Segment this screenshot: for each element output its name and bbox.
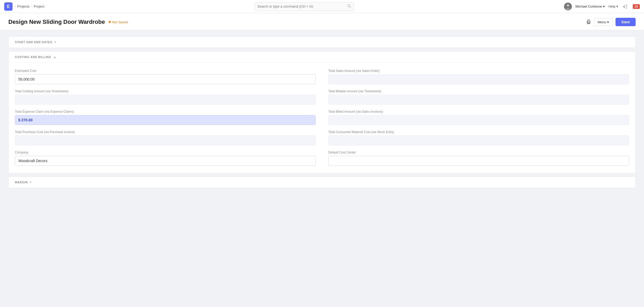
breadcrumb-sep-1: › <box>15 5 16 8</box>
costing-billing-title: COSTING AND BILLING <box>15 55 51 59</box>
total-expense-group: Total Expense Claim (via Expense Claims)… <box>15 110 316 125</box>
help-button[interactable]: Help ▾ <box>608 4 618 8</box>
company-label: Company <box>15 151 316 154</box>
estimated-cost-group: Estimated Cost <box>15 69 316 84</box>
total-billed-group: Total Billed Amount (via Sales Invoices) <box>328 110 629 125</box>
not-saved-badge: Not Saved <box>109 20 128 24</box>
total-expense-value: $ 270.00 <box>15 115 316 125</box>
main-content: START AND END DATES ▾ COSTING AND BILLIN… <box>0 30 644 198</box>
costing-billing-chevron-icon: ▲ <box>53 55 56 59</box>
nav-right: Michael Corleone ▾ Help ▾ 10 <box>564 3 640 10</box>
total-billable-label: Total Billable Amount (via Timesheets) <box>328 89 629 93</box>
svg-point-8 <box>587 22 588 22</box>
total-billed-value <box>328 115 629 125</box>
costing-billing-section: COSTING AND BILLING ▲ Estimated Cost Tot… <box>8 51 636 173</box>
default-cost-center-input[interactable] <box>328 156 629 166</box>
total-costing-label: Total Costing Amount (via Timesheets) <box>15 89 316 93</box>
header-actions: Menu ▾ Save <box>586 18 636 26</box>
total-purchase-value <box>15 135 316 145</box>
estimated-cost-label: Estimated Cost <box>15 69 316 73</box>
total-sales-group: Total Sales Amount (via Sales Order) <box>328 69 629 84</box>
breadcrumb-sep-2: › <box>31 5 32 8</box>
costing-billing-body: Estimated Cost Total Sales Amount (via S… <box>9 63 635 173</box>
company-group: Company <box>15 151 316 166</box>
help-chevron-icon: ▾ <box>616 4 618 8</box>
total-billed-label: Total Billed Amount (via Sales Invoices) <box>328 110 629 113</box>
menu-button[interactable]: Menu ▾ <box>594 18 613 26</box>
costing-billing-header[interactable]: COSTING AND BILLING ▲ <box>9 52 635 63</box>
search-wrap <box>46 2 562 11</box>
svg-rect-6 <box>588 20 590 21</box>
total-consumed-label: Total Consumed Material Cost (via Stock … <box>328 130 629 134</box>
menu-label: Menu <box>598 20 606 24</box>
margin-header[interactable]: MARGIN ▾ <box>9 177 635 188</box>
top-navigation: E › Projects › Project Michael Corle <box>0 0 644 13</box>
search-icon <box>347 4 351 9</box>
total-billable-value <box>328 95 629 105</box>
breadcrumb: › Projects › Project <box>15 4 44 8</box>
megaphone-button[interactable] <box>622 3 629 10</box>
svg-line-1 <box>350 7 351 8</box>
total-billable-group: Total Billable Amount (via Timesheets) <box>328 89 629 105</box>
total-purchase-label: Total Purchase Cost (via Purchase Invoic… <box>15 130 316 134</box>
default-cost-center-group: Default Cost Center <box>328 151 629 166</box>
page-header: Design New Sliding Door Wardrobe Not Sav… <box>0 13 644 30</box>
default-cost-center-label: Default Cost Center <box>328 151 629 154</box>
search-box <box>255 2 354 11</box>
margin-chevron-icon: ▾ <box>30 180 31 184</box>
total-sales-value <box>328 74 629 84</box>
total-costing-value <box>15 95 316 105</box>
save-button[interactable]: Save <box>616 18 636 26</box>
app-logo[interactable]: E <box>4 2 13 11</box>
page-title: Design New Sliding Door Wardrobe <box>8 19 105 25</box>
margin-title: MARGIN <box>15 181 28 184</box>
start-end-dates-title: START AND END DATES <box>15 41 52 44</box>
user-name[interactable]: Michael Corleone ▾ <box>576 4 605 8</box>
start-end-dates-header[interactable]: START AND END DATES ▾ <box>9 37 635 48</box>
user-chevron-icon: ▾ <box>603 4 605 8</box>
margin-section: MARGIN ▾ <box>8 177 636 188</box>
total-purchase-group: Total Purchase Cost (via Purchase Invoic… <box>15 130 316 145</box>
svg-point-3 <box>567 4 569 7</box>
total-consumed-value <box>328 135 629 145</box>
not-saved-dot <box>109 21 111 23</box>
not-saved-text: Not Saved <box>112 20 128 24</box>
start-end-dates-chevron-icon: ▾ <box>54 40 56 44</box>
menu-chevron-icon: ▾ <box>607 20 609 24</box>
print-button[interactable] <box>586 19 591 25</box>
company-input[interactable] <box>15 156 316 166</box>
breadcrumb-project[interactable]: Project <box>34 4 44 8</box>
start-end-dates-section: START AND END DATES ▾ <box>8 36 636 48</box>
total-costing-group: Total Costing Amount (via Timesheets) <box>15 89 316 105</box>
avatar <box>564 3 572 10</box>
notification-badge[interactable]: 10 <box>633 4 640 9</box>
page-title-wrap: Design New Sliding Door Wardrobe Not Sav… <box>8 19 128 25</box>
search-input[interactable] <box>257 4 345 8</box>
breadcrumb-projects[interactable]: Projects <box>17 4 30 8</box>
costing-form-grid: Estimated Cost Total Sales Amount (via S… <box>15 69 629 166</box>
estimated-cost-input[interactable] <box>15 74 316 84</box>
total-consumed-group: Total Consumed Material Cost (via Stock … <box>328 130 629 145</box>
total-sales-label: Total Sales Amount (via Sales Order) <box>328 69 629 73</box>
total-expense-label: Total Expense Claim (via Expense Claims) <box>15 110 316 113</box>
